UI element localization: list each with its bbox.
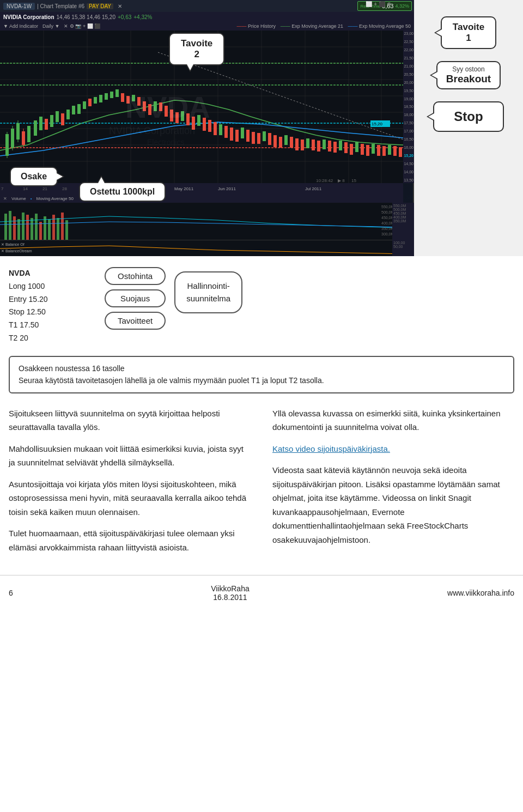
right-link-para: Katso video sijoituspäiväkirjasta. [272,442,514,456]
left-column: Sijoitukseen liittyvä suunnitelma on syy… [9,407,255,562]
volume-legend: ✕ Volume • Moving Average 50 • OBV [0,194,403,203]
svg-rect-111 [22,213,25,240]
info-block: NVDA Long 1000 Entry 15.20 Stop 12.50 T1… [9,263,96,349]
close-icon[interactable]: ✕ [118,3,122,9]
chart-icon-3[interactable]: ⬛ [379,1,385,7]
right-column: Yllä olevassa kuvassa on esimerkki siitä… [268,407,514,562]
svg-rect-71 [252,132,255,144]
svg-rect-93 [372,144,375,154]
svg-rect-97 [393,146,397,156]
svg-rect-88 [344,142,348,153]
price-value: 14,46 15,38 14,46 15,20 [57,14,115,20]
left-p1: Sijoitukseen liittyvä suunnitelma on syy… [9,407,251,434]
tavoite2-bubble: Tavoite 2 [169,33,224,65]
svg-rect-75 [273,135,277,147]
stop-label: Stop [454,109,483,124]
svg-rect-69 [241,128,244,138]
page-number: 6 [9,589,13,597]
add-indicator-btn[interactable]: ▼ Add Indicator [3,23,38,29]
breakout-bubble: Syy ostoon Breakout [436,61,501,89]
svg-rect-80 [301,140,304,150]
svg-text:15,20: 15,20 [372,122,383,126]
svg-rect-118 [52,215,55,240]
svg-rect-40 [83,101,86,109]
svg-rect-96 [388,145,391,155]
ma50-label: Moving Average 50 [37,196,74,201]
svg-rect-117 [48,219,51,240]
svg-rect-83 [317,141,320,152]
svg-rect-38 [72,106,75,114]
chart-icon-1[interactable]: ⬜ [366,1,372,7]
info-t1: T1 17.50 [9,319,96,332]
info-ticker: NVDA [9,267,96,280]
breakout-label: Breakout [446,73,491,85]
stop-bubble: Stop [433,101,503,132]
chart-icon-4[interactable]: ⊕ [387,1,391,7]
footer-url[interactable]: www.viikkoraha.info [447,589,514,597]
svg-rect-33 [45,119,48,130]
osake-label: Osake [21,172,47,181]
svg-rect-84 [323,140,326,149]
svg-rect-32 [39,117,42,130]
svg-rect-74 [268,133,271,145]
svg-rect-82 [312,140,315,150]
chart-toolbar: NVDA-1W | Chart Template #6 PAY DAY ✕ [0,0,414,12]
footer-brand: ViikkoRaha 16.8.2011 [211,584,250,602]
svg-rect-79 [295,138,299,150]
svg-rect-89 [350,144,353,155]
svg-rect-86 [333,142,337,153]
svg-rect-95 [382,146,386,156]
svg-rect-77 [284,135,288,145]
payday-tab[interactable]: PAY DAY [87,3,113,9]
tavoitteet-bubble: Tavoitteet [105,312,166,330]
below-chart-section: NVDA Long 1000 Entry 15.20 Stop 12.50 T1… [0,256,523,349]
left-p2: Mahdollisuuksien mukaan voit liittää esi… [9,442,251,470]
tavoite2-label: Tavoite [181,38,212,49]
main-content: Sijoitukseen liittyvä suunnitelma on syy… [0,393,523,562]
syy-label: Syy ostoon [446,65,491,73]
svg-rect-109 [13,216,16,240]
svg-rect-98 [399,147,402,157]
x-button[interactable]: ✕ [3,196,7,201]
svg-rect-108 [9,211,11,240]
video-link[interactable]: Katso video sijoituspäiväkirjasta. [272,444,390,453]
interval-select[interactable]: Daily ▼ [42,23,59,29]
toolbar-icons[interactable]: ✕ ⚙ 📷 + ⬜ ⬛ [64,23,100,29]
svg-rect-110 [17,219,20,240]
svg-text:NVIDIA Corporation: NVIDIA Corporation [109,125,195,136]
svg-rect-112 [26,215,29,240]
chart-icon-2[interactable]: + [374,1,377,7]
svg-rect-64 [214,122,217,135]
tavoite1-bubble: Tavoite 1 [441,16,496,49]
svg-rect-35 [56,111,59,122]
ostettu-label: Ostettu 1000kpl [90,187,155,196]
svg-text:10:28:42: 10:28:42 [316,178,333,183]
svg-rect-92 [366,145,369,156]
svg-rect-37 [66,110,70,119]
price-axis: 23,00 22,50 22,00 21,50 21,00 20,50 20,0… [403,31,414,183]
svg-text:▶ 8: ▶ 8 [338,178,345,183]
svg-rect-43 [99,95,102,102]
price-history-legend: —— Price History —— Exp Moving Average 2… [237,23,411,29]
svg-rect-39 [77,104,81,114]
chart-right-panel: Tavoite 1 Syy ostoon Breakout Stop [414,0,523,256]
hallinnointi-line1: Hallinnointi- [187,281,229,290]
svg-rect-70 [246,130,250,142]
svg-rect-68 [235,130,239,142]
svg-rect-119 [57,218,59,240]
svg-rect-42 [94,97,97,104]
rt-pct: 4,32% [395,3,409,9]
svg-rect-114 [35,214,38,240]
info-t2: T2 20 [9,332,96,345]
svg-rect-67 [230,128,233,141]
svg-rect-73 [263,131,266,141]
svg-rect-47 [121,93,124,102]
chart-template-tab[interactable]: NVDA-1W [3,3,35,10]
svg-rect-30 [27,126,31,142]
volume-label: Volume [11,196,26,201]
svg-text:✕ Balance Of: ✕ Balance Of [1,243,25,246]
svg-rect-36 [61,113,64,125]
svg-rect-66 [224,126,228,138]
price-bar: NVIDIA Corporation 14,46 15,38 14,46 15,… [0,12,414,22]
svg-rect-31 [34,120,37,136]
